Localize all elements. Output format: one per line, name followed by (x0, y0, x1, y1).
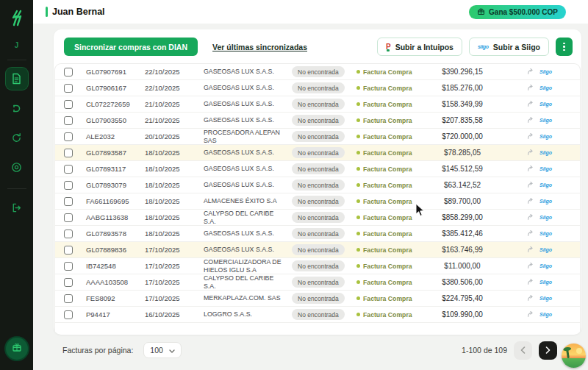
invoice-date: 18/10/2025 (145, 213, 204, 221)
siigo-action[interactable]: Siigo (496, 294, 580, 303)
siigo-action[interactable]: Siigo (496, 230, 580, 238)
row-checkbox[interactable] (64, 132, 73, 141)
invoice-id: IB742548 (86, 262, 145, 270)
per-page-select[interactable]: 100 (143, 342, 182, 358)
invoice-date: 18/10/2025 (145, 230, 204, 238)
invoice-amount: $720.000,00 (429, 132, 496, 140)
siigo-action-label: Siigo (539, 263, 552, 268)
prev-page-button[interactable] (514, 341, 532, 360)
row-checkbox[interactable] (64, 116, 73, 125)
row-checkbox[interactable] (64, 230, 73, 238)
siigo-action-label: Siigo (539, 296, 552, 301)
invoice-company: GASEOSAS LUX S.A.S. (204, 116, 292, 124)
upload-intuipos-button[interactable]: P Subir a Intuipos (377, 38, 462, 56)
invoice-type: Factura Compra (356, 279, 429, 286)
siigo-action[interactable]: Siigo (496, 181, 580, 190)
invoice-date: 21/10/2025 (145, 100, 204, 108)
rewards-gift-button[interactable] (6, 338, 28, 360)
row-checkbox[interactable] (64, 84, 73, 93)
row-checkbox[interactable] (64, 181, 73, 190)
row-checkbox[interactable] (64, 165, 73, 174)
row-checkbox[interactable] (64, 68, 73, 77)
share-arrow-icon (527, 68, 534, 77)
table-row: FES8092 17/10/2025 MERKAPLAZA.COM. SAS N… (55, 291, 580, 307)
kebab-menu-icon (563, 43, 565, 51)
sidebar-item-coin[interactable] (6, 156, 28, 178)
content: Sincronizar compras con DIAN Ver últimas… (33, 24, 588, 335)
row-checkbox[interactable] (64, 149, 73, 157)
status-badge: No encontrada (292, 99, 345, 110)
invoice-date: 18/10/2025 (145, 149, 204, 157)
intuipos-logo-icon: P (386, 43, 391, 51)
more-options-button[interactable] (556, 38, 573, 56)
siigo-action[interactable]: Siigo (496, 132, 580, 141)
row-checkbox[interactable] (64, 310, 73, 319)
type-dot-icon (356, 183, 360, 187)
per-page-label: Facturas por página: (62, 346, 133, 355)
share-arrow-icon (527, 165, 534, 174)
sidebar-item-logout[interactable] (6, 196, 28, 218)
siigo-action[interactable]: Siigo (496, 149, 580, 157)
siigo-action[interactable]: Siigo (496, 116, 580, 125)
invoice-company: LOGGRO S.A.S. (204, 310, 292, 318)
siigo-action[interactable]: Siigo (496, 262, 580, 271)
siigo-action[interactable]: Siigo (496, 100, 580, 109)
status-badge: No encontrada (292, 309, 345, 320)
row-checkbox[interactable] (64, 100, 73, 109)
upload-intuipos-label: Subir a Intuipos (395, 43, 453, 51)
reward-badge[interactable]: Gana $500.000 COP (469, 5, 566, 19)
siigo-action[interactable]: Siigo (496, 68, 580, 77)
sidebar: J (0, 0, 33, 370)
sidebar-item-magnet[interactable] (6, 97, 28, 119)
invoice-amount: $158.349,99 (429, 100, 496, 108)
type-dot-icon (356, 264, 360, 268)
row-checkbox[interactable] (64, 213, 73, 222)
row-checkbox[interactable] (64, 278, 73, 287)
invoice-type: Factura Compra (356, 263, 429, 270)
type-dot-icon (356, 248, 360, 252)
siigo-action[interactable]: Siigo (496, 165, 580, 174)
siigo-action-label: Siigo (539, 69, 552, 74)
invoice-date: 17/10/2025 (145, 246, 204, 254)
invoice-amount: $224.795,40 (429, 294, 496, 302)
siigo-action-label: Siigo (539, 215, 552, 220)
siigo-action[interactable]: Siigo (496, 310, 580, 319)
toolbar-right: P Subir a Intuipos siigo Subir a Siigo (377, 38, 573, 56)
status-badge: No encontrada (292, 115, 345, 126)
sidebar-item-sync[interactable] (6, 127, 28, 149)
invoice-amount: $380.506,00 (429, 278, 496, 286)
invoice-amount: $858.299,00 (429, 213, 496, 221)
title-accent-bar (46, 7, 48, 17)
row-checkbox[interactable] (64, 294, 73, 303)
invoice-type-label: Factura Compra (363, 295, 412, 302)
chat-avatar[interactable] (562, 344, 586, 368)
siigo-action[interactable]: Siigo (496, 84, 580, 93)
table-row: GL07907691 22/10/2025 GASEOSAS LUX S.A.S… (55, 64, 580, 80)
row-checkbox[interactable] (64, 197, 73, 206)
sync-dian-button[interactable]: Sincronizar compras con DIAN (64, 38, 198, 56)
siigo-action[interactable]: Siigo (496, 246, 580, 255)
invoice-type: Factura Compra (356, 230, 429, 238)
table-row: FA661169695 18/10/2025 ALMACENES ÉXITO S… (55, 193, 580, 210)
sync-icon (11, 132, 22, 143)
type-dot-icon (356, 102, 360, 106)
invoice-id: FES8092 (86, 294, 145, 302)
siigo-action[interactable]: Siigo (496, 197, 580, 206)
upload-siigo-button[interactable]: siigo Subir a Siigo (469, 38, 549, 56)
invoice-type: Factura Compra (356, 182, 429, 189)
status-badge: No encontrada (292, 66, 345, 77)
row-checkbox[interactable] (64, 262, 73, 271)
row-checkbox[interactable] (64, 246, 73, 255)
invoice-date: 18/10/2025 (145, 197, 204, 205)
sidebar-item-invoices[interactable] (6, 68, 28, 90)
share-arrow-icon (527, 149, 534, 157)
invoice-id: GL07889836 (86, 246, 145, 254)
siigo-action[interactable]: Siigo (496, 213, 580, 222)
next-page-button[interactable] (539, 341, 557, 360)
invoice-date: 17/10/2025 (145, 262, 204, 270)
invoice-type: Factura Compra (356, 214, 429, 221)
last-synced-link[interactable]: Ver últimas sincronizadas (212, 43, 307, 51)
brand-logo-icon[interactable] (8, 9, 26, 28)
invoice-id: CL072272659 (86, 100, 145, 108)
siigo-action[interactable]: Siigo (496, 278, 580, 287)
